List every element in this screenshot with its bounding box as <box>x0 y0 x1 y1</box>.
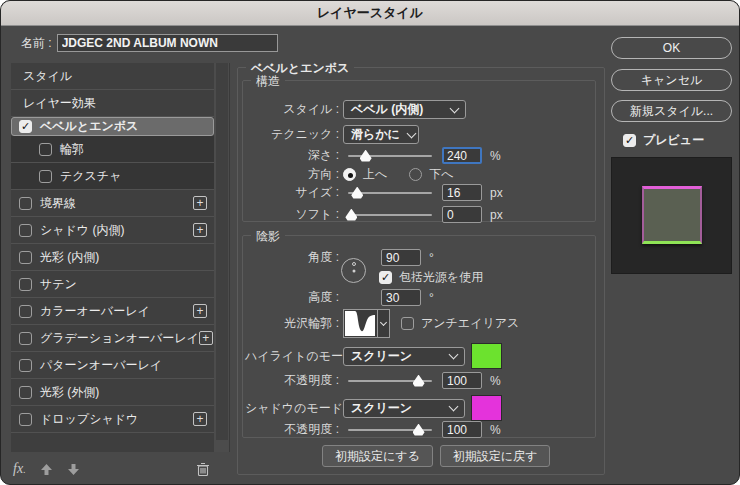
depth-unit: % <box>490 149 501 163</box>
scrollbar-thumb[interactable] <box>216 63 228 440</box>
ok-button[interactable]: OK <box>611 37 732 59</box>
name-label: 名前 : <box>21 35 52 52</box>
effect-checkbox[interactable] <box>19 359 32 372</box>
new-style-button[interactable]: 新規スタイル... <box>611 100 732 122</box>
add-effect-icon[interactable] <box>193 304 207 318</box>
sidebar-item-inner-shadow[interactable]: シャドウ (内側) <box>11 217 214 244</box>
shading-legend: 陰影 <box>251 228 285 245</box>
shadow-mode-select[interactable]: スクリーン <box>343 399 465 418</box>
effect-checkbox[interactable] <box>39 170 52 183</box>
size-input[interactable] <box>442 184 482 201</box>
chevron-down-icon <box>450 103 460 113</box>
antialias-checkbox[interactable] <box>401 317 414 330</box>
structure-legend: 構造 <box>251 73 285 90</box>
soften-slider[interactable] <box>348 208 432 222</box>
sidebar-item-label: パターンオーバーレイ <box>40 357 214 374</box>
sidebar-item-label: テクスチャ <box>60 168 214 185</box>
style-select[interactable]: ベベル (内側) <box>343 100 466 119</box>
bevel-emboss-panel: ベベルとエンボス 構造 スタイル : ベベル (内側) テクニック : 滑らかに… <box>237 67 605 475</box>
add-effect-icon[interactable] <box>199 331 213 345</box>
preview-checkbox[interactable] <box>623 134 636 147</box>
altitude-input[interactable] <box>381 289 421 306</box>
sidebar-item-texture[interactable]: テクスチャ <box>11 163 214 190</box>
direction-down-label: 下へ <box>429 166 453 183</box>
highlight-opacity-slider[interactable] <box>348 374 432 388</box>
shadow-mode-label: シャドウのモード : <box>245 400 339 417</box>
sidebar-scrollbar[interactable] <box>214 63 230 452</box>
sidebar-item-contour[interactable]: 輪郭 <box>11 136 214 163</box>
highlight-mode-value: スクリーン <box>351 348 442 365</box>
effect-checkbox[interactable] <box>19 386 32 399</box>
highlight-opacity-unit: % <box>490 374 501 388</box>
shadow-color-swatch[interactable] <box>471 395 502 421</box>
sidebar-item-inner-glow[interactable]: 光彩 (内側) <box>11 244 214 271</box>
effect-checkbox[interactable] <box>19 305 32 318</box>
fx-icon[interactable]: fx. <box>13 461 26 477</box>
make-default-button[interactable]: 初期設定にする <box>322 445 433 467</box>
shadow-opacity-row: 不透明度 : % <box>245 420 589 439</box>
slider-track[interactable] <box>348 155 432 157</box>
chevron-down-icon[interactable] <box>377 309 390 338</box>
cancel-button[interactable]: キャンセル <box>611 69 732 91</box>
altitude-row: 高度 : ° <box>245 288 589 307</box>
effect-checkbox[interactable] <box>19 278 32 291</box>
highlight-opacity-input[interactable] <box>442 372 482 389</box>
angle-dial-marker <box>352 262 356 266</box>
effect-checkbox[interactable] <box>39 143 52 156</box>
dialog-actions: OK キャンセル 新規スタイル... プレビュー <box>611 37 732 274</box>
effect-checkbox[interactable] <box>19 197 32 210</box>
highlight-opacity-label: 不透明度 : <box>245 372 339 389</box>
gloss-contour-picker[interactable] <box>343 309 390 338</box>
angle-input[interactable] <box>381 249 421 266</box>
reset-default-button[interactable]: 初期設定に戻す <box>440 445 551 467</box>
highlight-opacity-row: 不透明度 : % <box>245 371 589 390</box>
sidebar-item-drop-shadow[interactable]: ドロップシャドウ <box>11 406 214 433</box>
add-effect-icon[interactable] <box>193 196 207 210</box>
sidebar-item-blending-options[interactable]: レイヤー効果 <box>11 90 214 117</box>
effect-checkbox[interactable] <box>19 413 32 426</box>
depth-slider[interactable] <box>348 149 432 163</box>
contour-thumbnail-icon[interactable] <box>343 309 377 338</box>
sidebar-item-pattern-overlay[interactable]: パターンオーバーレイ <box>11 352 214 379</box>
slider-track[interactable] <box>348 214 432 216</box>
sidebar-item-stroke[interactable]: 境界線 <box>11 190 214 217</box>
move-up-icon[interactable] <box>40 463 53 476</box>
add-effect-icon[interactable] <box>193 223 207 237</box>
sidebar-item-label: グラデーションオーバーレイ <box>40 330 199 347</box>
gloss-contour-label: 光沢輪郭 : <box>245 315 339 332</box>
style-row: スタイル : ベベル (内側) <box>245 100 589 119</box>
trash-icon[interactable] <box>196 462 210 477</box>
sidebar-item-styles[interactable]: スタイル <box>11 63 214 90</box>
angle-dial[interactable] <box>341 258 366 283</box>
depth-label: 深さ : <box>245 147 339 164</box>
depth-input[interactable] <box>442 147 482 164</box>
move-down-icon[interactable] <box>67 463 80 476</box>
shadow-opacity-slider[interactable] <box>348 423 432 437</box>
sidebar-item-bevel-emboss[interactable]: ベベルとエンボス <box>11 117 214 136</box>
effect-checkbox[interactable] <box>19 224 32 237</box>
direction-up-radio[interactable] <box>343 168 356 181</box>
highlight-mode-select[interactable]: スクリーン <box>343 347 465 366</box>
default-buttons-row: 初期設定にする 初期設定に戻す <box>322 445 550 467</box>
soften-input[interactable] <box>442 206 482 223</box>
preview-toggle-row: プレビュー <box>623 133 732 148</box>
size-slider[interactable] <box>348 186 432 200</box>
sidebar-item-satin[interactable]: サテン <box>11 271 214 298</box>
layer-name-input[interactable] <box>57 34 278 52</box>
global-light-checkbox[interactable] <box>379 271 392 284</box>
sidebar-item-color-overlay[interactable]: カラーオーバーレイ <box>11 298 214 325</box>
effect-checkbox[interactable] <box>19 251 32 264</box>
highlight-color-swatch[interactable] <box>471 343 502 369</box>
sidebar-item-gradient-overlay[interactable]: グラデーションオーバーレイ <box>11 325 214 352</box>
technique-select[interactable]: 滑らかに <box>343 125 419 144</box>
effect-checkbox[interactable] <box>19 120 32 133</box>
soften-unit: px <box>490 208 503 222</box>
depth-row: 深さ : % <box>245 146 589 165</box>
effect-checkbox[interactable] <box>19 332 32 345</box>
sidebar-item-outer-glow[interactable]: 光彩 (外側) <box>11 379 214 406</box>
shadow-opacity-input[interactable] <box>442 421 482 438</box>
technique-row: テクニック : 滑らかに <box>245 125 589 144</box>
altitude-label: 高度 : <box>245 289 339 306</box>
add-effect-icon[interactable] <box>193 412 207 426</box>
direction-down-radio[interactable] <box>409 168 422 181</box>
